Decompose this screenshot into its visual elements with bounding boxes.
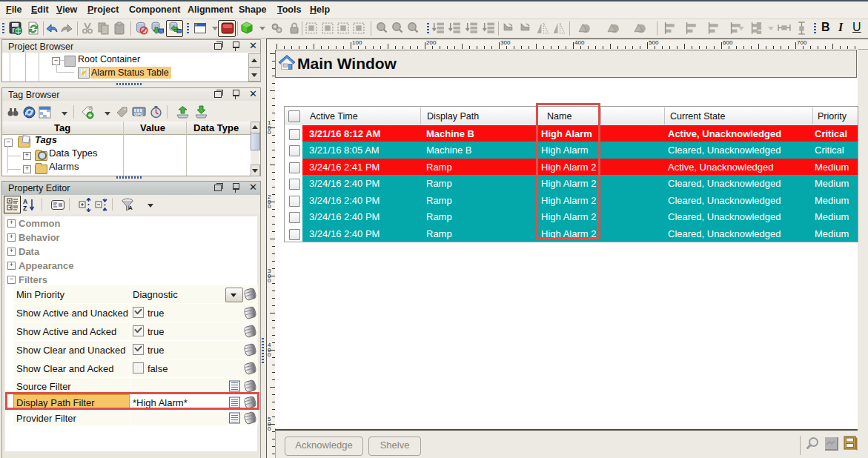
svg-text:Z: Z [23, 205, 27, 212]
svg-text:OPC: OPC [134, 112, 143, 116]
svg-text:A: A [128, 205, 133, 211]
